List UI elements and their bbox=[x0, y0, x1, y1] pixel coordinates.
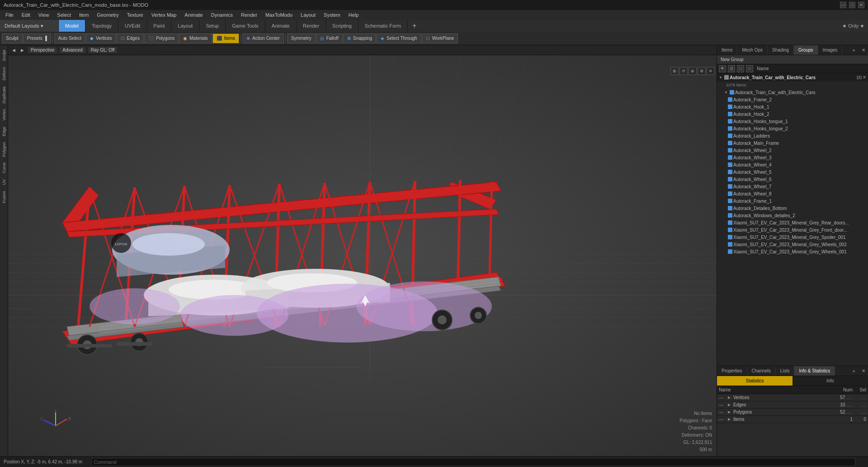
tab-layout[interactable]: Layout bbox=[171, 20, 199, 32]
stats-minus-polygons[interactable]: — bbox=[719, 410, 723, 415]
select-through-button[interactable]: ◈ Select Through bbox=[377, 33, 421, 43]
menu-item[interactable]: Item bbox=[75, 11, 92, 19]
scene-tree-item-21[interactable]: Xiaomi_SU7_EV_Car_2023_Mineral_Grey_Whee… bbox=[717, 241, 868, 248]
sidebar-tab-vertex[interactable]: Vertex bbox=[1, 106, 7, 124]
menu-texture[interactable]: Texture bbox=[123, 11, 147, 19]
workplane-button[interactable]: ⬡ WorkPlane bbox=[422, 33, 458, 43]
symmetry-button[interactable]: Symmetry bbox=[287, 33, 316, 43]
rp-close-button[interactable]: ✕ bbox=[859, 45, 868, 55]
tab-topology[interactable]: Topology bbox=[85, 20, 118, 32]
materials-button[interactable]: ◉ Materials bbox=[179, 33, 212, 43]
tab-uvedit[interactable]: UVEdit bbox=[118, 20, 147, 32]
scene-lock-icon[interactable]: ⊡ bbox=[728, 65, 735, 72]
presets-button[interactable]: Presets ▐ bbox=[23, 33, 51, 43]
scene-tree-item-2[interactable]: Autorack_Hook_1 bbox=[717, 103, 868, 110]
rpb-tab-info-stats[interactable]: Info & Statistics bbox=[794, 366, 835, 376]
rp-tab-shading[interactable]: Shading bbox=[768, 45, 794, 55]
tab-schematic[interactable]: Schematic Form bbox=[359, 20, 408, 32]
scene-tree-item-10[interactable]: Autorack_Wheel_4 bbox=[717, 161, 868, 168]
tab-scripting[interactable]: Scripting bbox=[326, 20, 359, 32]
items-button[interactable]: ⬛ Items bbox=[212, 33, 239, 43]
scene-tree-item-20[interactable]: Xiaomi_SU7_EV_Car_2023_Mineral_Grey_Spoi… bbox=[717, 234, 868, 241]
scene-tree-item-4[interactable]: Autorack_Hooks_tongue_1 bbox=[717, 118, 868, 125]
sidebar-tab-curve[interactable]: Curve bbox=[1, 160, 7, 176]
edges-button[interactable]: ⬡ Edges bbox=[117, 33, 144, 43]
scene-tree-root[interactable]: ▼ Autorack_Train_Car_with_Electric_Cars … bbox=[717, 73, 868, 81]
rpb-close-button[interactable]: ✕ bbox=[859, 366, 868, 376]
stats-arrow-polygons[interactable]: ▶ bbox=[728, 410, 732, 414]
scene-render-icon[interactable]: □ bbox=[737, 65, 744, 72]
snapping-button[interactable]: ⊞ Snapping bbox=[343, 33, 376, 43]
tab-render[interactable]: Render bbox=[297, 20, 326, 32]
rpb-add-tab-button[interactable]: + bbox=[849, 366, 859, 376]
viewport-perspective-label[interactable]: Perspective bbox=[28, 47, 57, 53]
scene-tree-item-12[interactable]: Autorack_Wheel_6 bbox=[717, 176, 868, 183]
menu-geometry[interactable]: Geometry bbox=[93, 11, 122, 19]
viewport-settings-button[interactable]: ⚙ bbox=[698, 67, 706, 75]
menu-file[interactable]: File bbox=[2, 11, 17, 19]
scene-canvas[interactable]: LOTUS ⊞ ↺ ⊕ ⚙ ✕ X Y bbox=[8, 55, 717, 456]
rp-tab-meshops[interactable]: Mesh Ops bbox=[737, 45, 768, 55]
menu-layout[interactable]: Layout bbox=[297, 11, 319, 19]
scene-tree-item-0[interactable]: ▼ Autorack_Train_Car_with_Electric_Cars bbox=[717, 89, 868, 96]
tab-animate[interactable]: Animate bbox=[265, 20, 297, 32]
menu-maxtomodo[interactable]: MaxToModo bbox=[262, 11, 296, 19]
tab-setup[interactable]: Setup bbox=[199, 20, 226, 32]
viewport-raygl-label[interactable]: Ray GL: Off bbox=[88, 47, 118, 53]
scene-tree-item-9[interactable]: Autorack_Wheel_3 bbox=[717, 154, 868, 161]
viewport-advanced-label[interactable]: Advanced bbox=[60, 47, 85, 53]
vertices-button[interactable]: ◆ Vertices bbox=[86, 33, 116, 43]
scene-tree-item-13[interactable]: Autorack_Wheel_7 bbox=[717, 183, 868, 190]
menu-select[interactable]: Select bbox=[53, 11, 75, 19]
sculpt-button[interactable]: Sculpt bbox=[2, 33, 23, 43]
scene-tree-item-3[interactable]: Autorack_Hook_2 bbox=[717, 110, 868, 118]
minimize-button[interactable]: — bbox=[840, 2, 846, 8]
stats-minus-vertices[interactable]: — bbox=[719, 395, 723, 400]
tab-paint[interactable]: Paint bbox=[147, 20, 171, 32]
new-group-button[interactable]: New Group bbox=[717, 55, 868, 64]
default-layouts-dropdown[interactable]: Default Layouts ▾ bbox=[0, 20, 59, 32]
stats-tab-statistics[interactable]: Statistics bbox=[717, 376, 793, 386]
maximize-button[interactable]: □ bbox=[849, 2, 855, 8]
rp-tab-images[interactable]: Images bbox=[818, 45, 843, 55]
add-layout-tab-button[interactable]: + bbox=[408, 20, 421, 32]
viewport[interactable]: ◀ ▶ Perspective Advanced Ray GL: Off bbox=[8, 45, 717, 456]
stats-arrow-edges[interactable]: ▶ bbox=[728, 403, 732, 407]
menu-help[interactable]: Help bbox=[345, 11, 363, 19]
menu-vertexmap[interactable]: Vertex Map bbox=[148, 11, 180, 19]
action-center-button[interactable]: ⊕ Action Center bbox=[242, 33, 284, 43]
scene-tree-item-14[interactable]: Autorack_Wheel_8 bbox=[717, 190, 868, 197]
tab-model[interactable]: Model bbox=[59, 20, 85, 32]
stats-arrow-items[interactable]: ▶ bbox=[728, 417, 732, 421]
menu-edit[interactable]: Edit bbox=[18, 11, 34, 19]
close-button[interactable]: ✕ bbox=[858, 2, 864, 8]
scene-tree-item-7[interactable]: Autorack_Main_Frame bbox=[717, 139, 868, 147]
sidebar-tab-deform[interactable]: Deform bbox=[1, 64, 7, 83]
tab-gametools[interactable]: Game Tools bbox=[226, 20, 265, 32]
polygons-button[interactable]: ⬛ Polygons bbox=[144, 33, 179, 43]
sidebar-tab-sculpt[interactable]: Sculpt bbox=[1, 47, 7, 64]
scene-tree-item-5[interactable]: Autorack_Hooks_tongue_2 bbox=[717, 125, 868, 132]
menu-animate[interactable]: Animate bbox=[181, 11, 206, 19]
auto-select-button[interactable]: Auto Select bbox=[54, 33, 85, 43]
scene-tree-item-1[interactable]: Autorack_Frame_2 bbox=[717, 96, 868, 103]
scene-tree-item-16[interactable]: Autorack_Detailes_Bottom bbox=[717, 205, 868, 212]
sidebar-tab-polygon[interactable]: Polygon bbox=[1, 139, 7, 160]
scene-tree-item-17[interactable]: Autorack_Windows_detailes_2 bbox=[717, 212, 868, 219]
scene-vis-icon[interactable]: 👁 bbox=[719, 65, 726, 72]
viewport-close-button[interactable]: ✕ bbox=[707, 67, 715, 75]
falloff-button[interactable]: ◎ Falloff bbox=[316, 33, 343, 43]
stats-tab-info[interactable]: Info bbox=[793, 376, 868, 386]
scene-tree[interactable]: ▼ Autorack_Train_Car_with_Electric_Cars … bbox=[717, 73, 868, 366]
rp-add-tab-button[interactable]: + bbox=[849, 45, 859, 55]
scene-tree-item-8[interactable]: Autorack_Wheel_2 bbox=[717, 147, 868, 154]
menu-dynamics[interactable]: Dynamics bbox=[208, 11, 236, 19]
sidebar-tab-uv[interactable]: UV bbox=[1, 176, 7, 188]
rpb-tab-properties[interactable]: Properties bbox=[717, 366, 747, 376]
rpb-tab-channels[interactable]: Channels bbox=[747, 366, 776, 376]
stats-arrow-vertices[interactable]: ▶ bbox=[728, 396, 732, 400]
scene-tree-item-15[interactable]: Autorack_Frame_1 bbox=[717, 197, 868, 205]
scene-tree-item-6[interactable]: Autorack_Ladders bbox=[717, 132, 868, 139]
menu-system[interactable]: System bbox=[320, 11, 344, 19]
sidebar-tab-edge[interactable]: Edge bbox=[1, 124, 7, 139]
